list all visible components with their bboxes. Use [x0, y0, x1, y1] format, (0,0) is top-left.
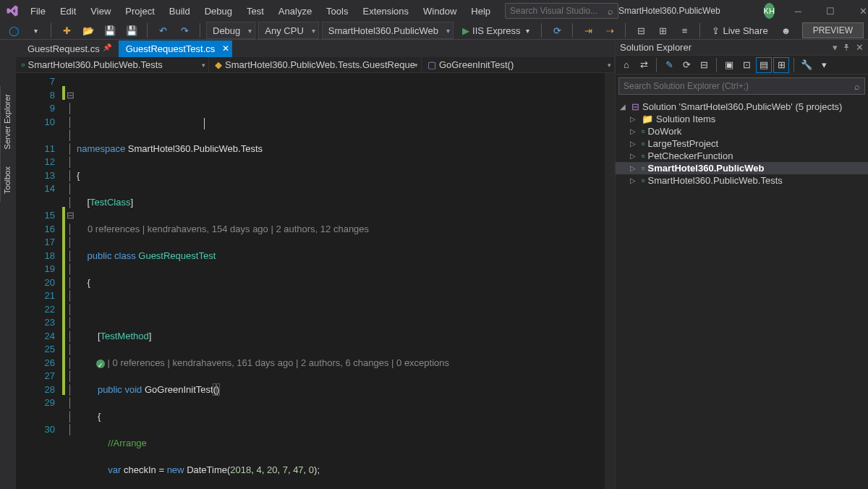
back-button[interactable]: ◯ — [4, 22, 23, 39]
comment-button[interactable]: ⊟ — [631, 22, 650, 39]
menu-debug[interactable]: Debug — [197, 3, 239, 20]
config-dropdown[interactable]: Debug — [206, 22, 255, 39]
test-pass-icon[interactable] — [96, 360, 105, 368]
codelens-method[interactable]: | 0 references | kendrahavens, 161 days … — [105, 357, 449, 368]
refresh-button[interactable]: ⊡ — [739, 57, 754, 73]
filter-button[interactable]: ▾ — [816, 57, 832, 73]
menu-view[interactable]: View — [83, 3, 118, 20]
file-tab-label: GuestRequest.cs — [27, 43, 100, 54]
file-tab-guestrequesttest[interactable]: GuestRequestTest.cs ✕ — [119, 41, 233, 57]
save-all-button[interactable]: 💾 — [122, 22, 141, 39]
show-all-button[interactable]: ▣ — [721, 57, 737, 73]
tree-dowork[interactable]: ▷▫ DoWork — [616, 125, 868, 137]
nav-class-dropdown[interactable]: ◆SmartHotel360.PublicWeb.Tests.GuestRequ… — [209, 57, 422, 72]
menu-project[interactable]: Project — [118, 3, 161, 20]
menu-help[interactable]: Help — [464, 3, 498, 20]
play-icon: ▶ — [462, 25, 469, 36]
step-over-button[interactable]: ⇢ — [600, 22, 619, 39]
live-share-label: Live Share — [723, 25, 767, 36]
codelens-class[interactable]: 0 references | kendrahavens, 154 days ag… — [88, 224, 369, 234]
nav-project-dropdown[interactable]: ▫SmartHotel360.PublicWeb.Tests — [16, 57, 209, 72]
minimize-button[interactable]: ─ — [782, 0, 814, 22]
feedback-button[interactable]: ☻ — [777, 22, 796, 39]
tree-smarthotel360-publicweb[interactable]: ▷▫ SmartHotel360.PublicWeb — [616, 162, 868, 174]
solution-tree[interactable]: ◢⊟ Solution 'SmartHotel360.PublicWeb' (5… — [616, 98, 868, 489]
editor-area: GuestRequest.cs 📌 GuestRequestTest.cs ✕ … — [16, 40, 615, 489]
close-icon[interactable]: ✕ — [856, 42, 864, 53]
format-button[interactable]: ≡ — [675, 22, 694, 39]
preview-button[interactable]: PREVIEW — [802, 22, 864, 38]
separator — [51, 23, 51, 38]
solution-search-input[interactable] — [624, 81, 854, 91]
tree-largetestproject[interactable]: ▷▫ LargeTestProject — [616, 137, 868, 150]
platform-dropdown[interactable]: Any CPU — [258, 22, 318, 39]
pin-icon[interactable]: 🖈 — [842, 42, 851, 53]
solution-explorer-header: Solution Explorer ▾ 🖈 ✕ — [616, 40, 868, 56]
separator — [699, 23, 700, 38]
panel-title: Solution Explorer — [620, 42, 692, 53]
preview-selected-button[interactable]: ▤ — [756, 57, 772, 73]
tree-label: SmartHotel360.PublicWeb.Tests — [648, 175, 783, 186]
tree-petchecker[interactable]: ▷▫ PetCheckerFunction — [616, 150, 868, 162]
step-into-button[interactable]: ⇥ — [579, 22, 597, 39]
startup-dropdown[interactable]: SmartHotel360.PublicWeb — [322, 22, 454, 39]
code-editor[interactable]: 78910 11121314 1516171819202122232425262… — [16, 73, 615, 489]
dropdown-icon[interactable]: ▾ — [833, 42, 838, 53]
tree-smarthotel360-tests[interactable]: ▷▫ SmartHotel360.PublicWeb.Tests — [616, 174, 868, 187]
uncomment-button[interactable]: ⊞ — [653, 22, 672, 39]
close-icon[interactable]: ✕ — [222, 43, 229, 54]
redo-button[interactable]: ↷ — [175, 22, 194, 39]
tree-solution-items[interactable]: ▷📁 Solution Items — [616, 113, 868, 125]
refresh-button[interactable]: ⟳ — [548, 22, 566, 39]
change-bars — [62, 73, 65, 489]
fold-gutter[interactable]: ⊟││││││││⊟││││││││││││││││ — [65, 73, 75, 489]
separator — [625, 23, 626, 38]
home-button[interactable]: ⌂ — [618, 57, 634, 73]
save-button[interactable]: 💾 — [101, 22, 119, 39]
marker-strip — [16, 73, 26, 489]
menu-tools[interactable]: Tools — [319, 3, 355, 20]
tree-solution[interactable]: ◢⊟ Solution 'SmartHotel360.PublicWeb' (5… — [616, 101, 868, 113]
open-button[interactable]: 📂 — [79, 22, 98, 39]
collapse-button[interactable]: ⊟ — [696, 57, 712, 73]
toolbox-tab[interactable]: Toolbox — [0, 158, 14, 203]
menu-file[interactable]: File — [23, 3, 53, 20]
server-explorer-tab[interactable]: Server Explorer — [0, 85, 14, 158]
quick-search[interactable]: ⌕ — [505, 3, 618, 19]
main-toolbar: ◯ ▾ ✚ 📂 💾 💾 ↶ ↷ Debug Any CPU SmartHotel… — [0, 22, 868, 40]
nav-label: GoGreenInitTest() — [439, 59, 514, 70]
tree-label: LargeTestProject — [648, 138, 719, 149]
tree-label: SmartHotel360.PublicWeb — [648, 163, 765, 174]
undo-button[interactable]: ↶ — [153, 22, 172, 39]
menu-extensions[interactable]: Extensions — [355, 3, 416, 20]
sync-button[interactable]: ⟳ — [678, 57, 694, 73]
track-active-button[interactable]: ⊞ — [773, 57, 789, 73]
maximize-button[interactable]: ☐ — [814, 0, 847, 22]
live-share-button[interactable]: ⇪ Live Share — [706, 25, 773, 36]
document-title: SmartHotel360.PublicWeb — [618, 6, 764, 16]
new-button[interactable]: ✚ — [57, 22, 76, 39]
menu-analyze[interactable]: Analyze — [271, 3, 319, 20]
solution-search[interactable]: ⌕ — [618, 77, 865, 95]
menu-edit[interactable]: Edit — [53, 3, 83, 20]
search-icon: ⌕ — [854, 81, 860, 92]
close-button[interactable]: ✕ — [847, 0, 868, 22]
file-tabs: GuestRequest.cs 📌 GuestRequestTest.cs ✕ — [16, 40, 615, 57]
tree-label: PetCheckerFunction — [648, 150, 733, 161]
pin-icon[interactable]: 📌 — [103, 43, 111, 51]
right-panels: Solution Explorer ▾ 🖈 ✕ ⌂ ⇄ ✎ ⟳ ⊟ ▣ ⊡ ▤ … — [615, 40, 868, 489]
properties-button[interactable]: 🔧 — [799, 57, 814, 73]
menu-window[interactable]: Window — [416, 3, 464, 20]
search-input[interactable] — [510, 6, 608, 16]
run-button[interactable]: ▶ IIS Express ▾ — [456, 22, 535, 39]
switch-view-button[interactable]: ⇄ — [636, 57, 652, 73]
user-avatar[interactable]: KH — [764, 3, 775, 19]
nav-method-dropdown[interactable]: ▢GoGreenInitTest() — [422, 57, 615, 72]
pending-changes-button[interactable]: ✎ — [661, 57, 677, 73]
forward-button[interactable]: ▾ — [26, 22, 45, 39]
menu-build[interactable]: Build — [162, 3, 197, 20]
code-content[interactable]: namespace SmartHotel360.PublicWeb.Tests … — [75, 73, 605, 489]
vertical-scrollbar[interactable] — [605, 73, 615, 489]
menu-test[interactable]: Test — [239, 3, 271, 20]
file-tab-guestrequest[interactable]: GuestRequest.cs 📌 — [20, 41, 117, 57]
